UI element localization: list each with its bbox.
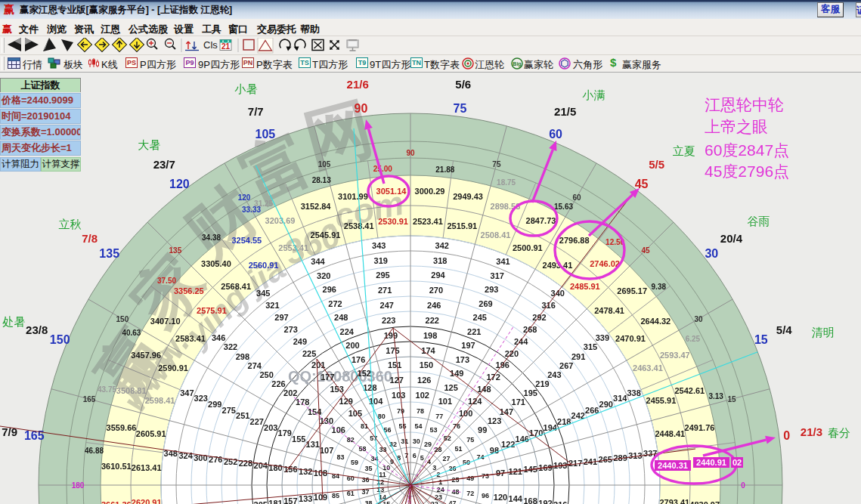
svg-text:201: 201 <box>311 360 325 369</box>
svg-text:99: 99 <box>478 425 487 434</box>
svg-text:27: 27 <box>443 455 451 462</box>
svg-text:3356.25: 3356.25 <box>174 286 204 295</box>
svg-text:31: 31 <box>401 438 408 445</box>
svg-text:323: 323 <box>194 394 208 403</box>
svg-text:23/8: 23/8 <box>26 323 48 336</box>
svg-text:294: 294 <box>431 271 445 280</box>
svg-text:33: 33 <box>379 446 386 453</box>
svg-text:37.50: 37.50 <box>157 277 176 285</box>
svg-text:345: 345 <box>256 289 270 298</box>
svg-text:立夏: 立夏 <box>673 144 695 157</box>
svg-text:198: 198 <box>423 331 437 340</box>
svg-text:275: 275 <box>222 406 236 415</box>
svg-text:2538.41: 2538.41 <box>344 221 374 230</box>
svg-text:7/8: 7/8 <box>82 232 98 245</box>
svg-text:105: 105 <box>348 409 362 418</box>
svg-text:102: 102 <box>416 391 429 400</box>
svg-text:200: 200 <box>345 341 359 350</box>
svg-text:317: 317 <box>491 271 504 280</box>
svg-text:298: 298 <box>236 352 249 361</box>
svg-text:103: 103 <box>392 391 405 400</box>
svg-text:38: 38 <box>365 499 373 504</box>
svg-text:127: 127 <box>390 376 404 385</box>
svg-text:60: 60 <box>549 128 562 141</box>
svg-text:12: 12 <box>376 478 384 486</box>
svg-text:2448.41: 2448.41 <box>655 429 685 438</box>
svg-text:3661.36: 3661.36 <box>101 500 132 504</box>
svg-text:40.63: 40.63 <box>122 329 141 337</box>
svg-text:171: 171 <box>512 397 525 407</box>
svg-text:249: 249 <box>293 337 307 346</box>
svg-text:小满: 小满 <box>581 88 605 101</box>
svg-text:271: 271 <box>378 286 392 295</box>
svg-text:150: 150 <box>50 333 70 346</box>
svg-text:2553.41: 2553.41 <box>278 243 308 252</box>
svg-text:5/6: 5/6 <box>455 78 471 91</box>
svg-text:83: 83 <box>337 453 345 461</box>
svg-text:2508.41: 2508.41 <box>481 230 511 240</box>
svg-text:21.88: 21.88 <box>435 165 454 174</box>
svg-text:270: 270 <box>429 286 443 295</box>
svg-text:178: 178 <box>296 397 309 407</box>
svg-text:195: 195 <box>524 388 537 397</box>
svg-text:2463.41: 2463.41 <box>633 363 663 373</box>
svg-text:3203.69: 3203.69 <box>265 216 296 225</box>
svg-text:225: 225 <box>302 349 316 358</box>
svg-text:29: 29 <box>424 441 432 448</box>
svg-text:30: 30 <box>413 438 420 445</box>
svg-text:60: 60 <box>572 193 581 202</box>
svg-text:2847.73: 2847.73 <box>526 216 556 225</box>
svg-text:11: 11 <box>379 471 386 478</box>
svg-text:151: 151 <box>388 360 401 369</box>
svg-text:179: 179 <box>278 428 292 438</box>
svg-text:2796.88: 2796.88 <box>559 236 590 245</box>
svg-text:248: 248 <box>334 313 348 322</box>
svg-text:2695.17: 2695.17 <box>617 286 647 295</box>
svg-text:221: 221 <box>467 327 481 336</box>
svg-text:84: 84 <box>332 472 339 480</box>
svg-text:0: 0 <box>783 429 790 442</box>
svg-text:244: 244 <box>514 337 528 346</box>
svg-text:3457.96: 3457.96 <box>131 351 161 360</box>
svg-text:315: 315 <box>584 342 597 351</box>
svg-text:33.33: 33.33 <box>242 206 261 214</box>
svg-text:154: 154 <box>308 407 322 416</box>
svg-text:72: 72 <box>466 490 474 497</box>
svg-text:15: 15 <box>727 395 736 404</box>
svg-text:250: 250 <box>259 370 273 379</box>
svg-text:4830.97: 4830.97 <box>689 500 720 504</box>
svg-text:148: 148 <box>477 385 491 394</box>
svg-text:80: 80 <box>378 413 386 420</box>
svg-text:338: 338 <box>627 388 640 397</box>
svg-text:35: 35 <box>365 465 373 472</box>
svg-text:216: 216 <box>553 500 567 504</box>
svg-text:314: 314 <box>613 394 627 403</box>
svg-text:316: 316 <box>541 301 555 310</box>
svg-text:3101.99: 3101.99 <box>338 192 368 201</box>
svg-text:144: 144 <box>509 494 523 503</box>
svg-text:75: 75 <box>454 102 467 115</box>
svg-text:3305.40: 3305.40 <box>201 259 231 268</box>
svg-text:60: 60 <box>347 475 355 482</box>
svg-text:196: 196 <box>496 360 509 369</box>
svg-text:小暑: 小暑 <box>234 82 258 95</box>
svg-text:43.75: 43.75 <box>98 385 116 394</box>
svg-text:54: 54 <box>414 422 422 430</box>
svg-text:45: 45 <box>635 178 649 190</box>
svg-text:75: 75 <box>466 436 474 444</box>
svg-text:2593.47: 2593.47 <box>660 351 690 360</box>
svg-text:清明: 清明 <box>812 326 835 339</box>
svg-text:228: 228 <box>239 459 252 468</box>
svg-text:226: 226 <box>271 379 285 388</box>
svg-text:60度2847点: 60度2847点 <box>705 141 789 159</box>
svg-text:46.88: 46.88 <box>85 447 104 455</box>
svg-text:192: 192 <box>538 499 552 504</box>
svg-text:85: 85 <box>332 492 339 499</box>
svg-text:131: 131 <box>306 440 320 449</box>
svg-text:135: 135 <box>169 246 182 255</box>
svg-text:123: 123 <box>488 416 501 425</box>
svg-text:106: 106 <box>332 425 345 434</box>
svg-text:296: 296 <box>323 285 336 294</box>
svg-text:3051.14: 3051.14 <box>376 187 407 196</box>
svg-text:30: 30 <box>695 315 704 323</box>
